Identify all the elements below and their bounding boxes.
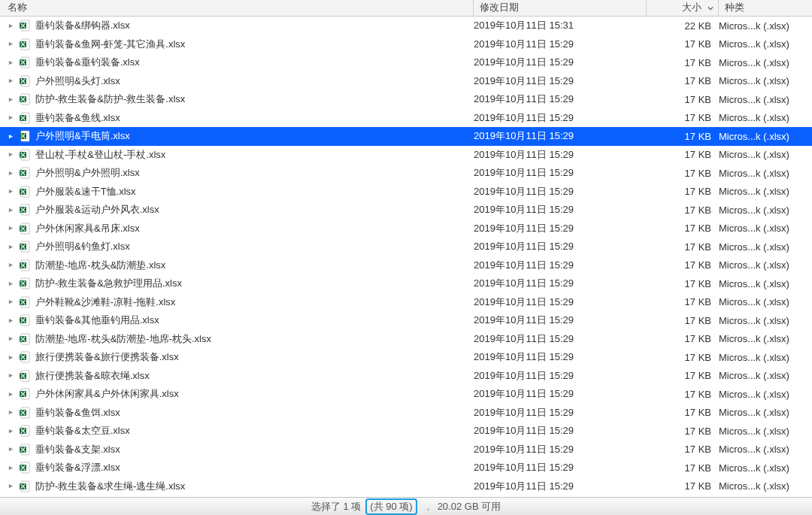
disclosure-triangle-icon[interactable] <box>8 60 14 65</box>
excel-file-icon <box>19 186 31 198</box>
disclosure-triangle-icon[interactable] <box>8 208 14 213</box>
file-row[interactable]: 防护-救生装备&求生绳-逃生绳.xlsx2019年10月11日 15:2917 … <box>0 477 812 496</box>
disclosure-triangle-icon[interactable] <box>8 447 14 452</box>
file-date: 2019年10月11日 15:29 <box>474 222 647 235</box>
finder-window: 名称 修改日期 大小 种类 垂钓装备&绑钩器.xlsx2019年10月11日 1… <box>0 0 812 515</box>
file-row[interactable]: 户外照明&头灯.xlsx2019年10月11日 15:2917 KBMicros… <box>0 72 812 91</box>
file-row[interactable]: 户外照明&钓鱼灯.xlsx2019年10月11日 15:2917 KBMicro… <box>0 238 812 256</box>
file-kind: Micros...k (.xlsx) <box>719 444 812 455</box>
column-header-kind[interactable]: 种类 <box>719 0 812 16</box>
file-row[interactable]: 垂钓装备&鱼线.xlsx2019年10月11日 15:2917 KBMicros… <box>0 109 812 128</box>
disclosure-triangle-icon[interactable] <box>8 318 14 323</box>
file-kind: Micros...k (.xlsx) <box>719 407 812 418</box>
file-size: 17 KB <box>647 407 719 418</box>
disclosure-triangle-icon[interactable] <box>8 41 14 47</box>
file-name: 户外鞋靴&沙滩鞋-凉鞋-拖鞋.xlsx <box>35 295 175 309</box>
disclosure-triangle-icon[interactable] <box>8 281 14 286</box>
file-row[interactable]: 旅行便携装备&旅行便携装备.xlsx2019年10月11日 15:2917 KB… <box>0 348 812 367</box>
file-row[interactable]: 垂钓装备&鱼饵.xlsx2019年10月11日 15:2917 KBMicros… <box>0 404 812 423</box>
disclosure-triangle-icon[interactable] <box>8 189 14 194</box>
file-name: 垂钓装备&鱼网-虾笼-其它渔具.xlsx <box>35 38 185 51</box>
status-total-highlight: (共 90 项) <box>365 498 417 515</box>
column-header-size-label: 大小 <box>682 2 701 14</box>
file-name: 垂钓装备&鱼饵.xlsx <box>35 406 120 420</box>
disclosure-triangle-icon[interactable] <box>8 115 14 120</box>
file-name: 垂钓装备&其他垂钓用品.xlsx <box>35 314 159 327</box>
disclosure-triangle-icon[interactable] <box>8 244 14 250</box>
file-size: 17 KB <box>647 38 719 50</box>
file-row[interactable]: 垂钓装备&其他垂钓用品.xlsx2019年10月11日 15:2917 KBMi… <box>0 311 812 330</box>
file-kind: Micros...k (.xlsx) <box>719 462 812 474</box>
file-kind: Micros...k (.xlsx) <box>719 278 812 289</box>
excel-file-icon <box>19 370 31 382</box>
file-size: 17 KB <box>647 333 719 344</box>
file-name: 户外休闲家具&吊床.xlsx <box>35 222 140 235</box>
column-header-date[interactable]: 修改日期 <box>474 0 647 16</box>
file-row[interactable]: 户外服装&速干T恤.xlsx2019年10月11日 15:2917 KBMicr… <box>0 183 812 201</box>
file-date: 2019年10月11日 15:31 <box>474 19 647 32</box>
disclosure-triangle-icon[interactable] <box>8 97 14 102</box>
disclosure-triangle-icon[interactable] <box>8 78 14 83</box>
file-kind: Micros...k (.xlsx) <box>719 241 812 253</box>
file-row[interactable]: 旅行便携装备&晾衣绳.xlsx2019年10月11日 15:2917 KBMic… <box>0 367 812 386</box>
excel-file-icon <box>19 425 31 437</box>
file-kind: Micros...k (.xlsx) <box>719 131 812 142</box>
file-size: 22 KB <box>647 20 719 32</box>
file-date: 2019年10月11日 15:29 <box>474 148 647 162</box>
excel-file-icon <box>19 480 31 492</box>
disclosure-triangle-icon[interactable] <box>8 299 14 304</box>
file-date: 2019年10月11日 15:29 <box>474 443 647 456</box>
file-date: 2019年10月11日 15:29 <box>474 369 647 383</box>
column-header-name[interactable]: 名称 <box>0 0 474 16</box>
file-kind: Micros...k (.xlsx) <box>719 296 812 307</box>
excel-file-icon <box>19 259 31 271</box>
file-row[interactable]: 垂钓装备&支架.xlsx2019年10月11日 15:2917 KBMicros… <box>0 441 812 459</box>
column-header-size[interactable]: 大小 <box>647 0 719 16</box>
file-size: 17 KB <box>647 370 719 381</box>
file-row[interactable]: 防护-救生装备&急救护理用品.xlsx2019年10月11日 15:2917 K… <box>0 274 812 293</box>
file-row[interactable]: 户外休闲家具&户外休闲家具.xlsx2019年10月11日 15:2917 KB… <box>0 385 812 404</box>
disclosure-triangle-icon[interactable] <box>8 429 14 434</box>
disclosure-triangle-icon[interactable] <box>8 152 14 157</box>
file-size: 17 KB <box>647 223 719 234</box>
file-row[interactable]: 垂钓装备&浮漂.xlsx2019年10月11日 15:2917 KBMicros… <box>0 459 812 477</box>
disclosure-triangle-icon[interactable] <box>8 226 14 231</box>
disclosure-triangle-icon[interactable] <box>8 262 14 268</box>
file-row[interactable]: 防护-救生装备&防护-救生装备.xlsx2019年10月11日 15:2917 … <box>0 90 812 109</box>
disclosure-triangle-icon[interactable] <box>8 373 14 378</box>
file-row[interactable]: 垂钓装备&太空豆.xlsx2019年10月11日 15:2917 KBMicro… <box>0 422 812 441</box>
disclosure-triangle-icon[interactable] <box>8 465 14 471</box>
file-kind: Micros...k (.xlsx) <box>719 204 812 216</box>
disclosure-triangle-icon[interactable] <box>8 171 14 176</box>
file-row[interactable]: 户外照明&手电筒.xlsx2019年10月11日 15:2917 KBMicro… <box>0 127 812 146</box>
file-list[interactable]: 垂钓装备&绑钩器.xlsx2019年10月11日 15:3122 KBMicro… <box>0 17 812 497</box>
file-row[interactable]: 防潮垫-地席-枕头&防潮垫.xlsx2019年10月11日 15:2917 KB… <box>0 256 812 275</box>
disclosure-triangle-icon[interactable] <box>8 410 14 415</box>
disclosure-triangle-icon[interactable] <box>8 355 14 360</box>
file-row[interactable]: 户外休闲家具&吊床.xlsx2019年10月11日 15:2917 KBMicr… <box>0 220 812 238</box>
file-kind: Micros...k (.xlsx) <box>719 315 812 326</box>
file-name: 防潮垫-地席-枕头&防潮垫.xlsx <box>35 259 165 272</box>
file-row[interactable]: 户外服装&运动户外风衣.xlsx2019年10月11日 15:2917 KBMi… <box>0 201 812 220</box>
file-row[interactable]: 垂钓装备&鱼网-虾笼-其它渔具.xlsx2019年10月11日 15:2917 … <box>0 35 812 54</box>
disclosure-triangle-icon[interactable] <box>8 23 14 29</box>
disclosure-triangle-icon[interactable] <box>8 336 14 341</box>
file-kind: Micros...k (.xlsx) <box>719 352 812 363</box>
disclosure-triangle-icon[interactable] <box>8 134 14 139</box>
file-row[interactable]: 登山杖-手杖&登山杖-手杖.xlsx2019年10月11日 15:2917 KB… <box>0 146 812 165</box>
file-date: 2019年10月11日 15:29 <box>474 56 647 69</box>
disclosure-triangle-icon[interactable] <box>8 392 14 397</box>
file-row[interactable]: 垂钓装备&垂钓装备.xlsx2019年10月11日 15:2917 KBMicr… <box>0 53 812 72</box>
excel-file-icon <box>19 241 31 253</box>
chevron-down-icon <box>707 5 714 11</box>
file-row[interactable]: 户外照明&户外照明.xlsx2019年10月11日 15:2917 KBMicr… <box>0 164 812 183</box>
status-selected: 选择了 1 项 <box>311 500 361 513</box>
excel-file-icon <box>19 277 31 289</box>
excel-file-icon <box>19 112 31 124</box>
file-row[interactable]: 垂钓装备&绑钩器.xlsx2019年10月11日 15:3122 KBMicro… <box>0 17 812 35</box>
file-row[interactable]: 防潮垫-地席-枕头&防潮垫-地席-枕头.xlsx2019年10月11日 15:2… <box>0 330 812 349</box>
file-row[interactable]: 户外鞋靴&沙滩鞋-凉鞋-拖鞋.xlsx2019年10月11日 15:2917 K… <box>0 293 812 312</box>
excel-file-icon <box>19 149 31 161</box>
disclosure-triangle-icon[interactable] <box>8 483 14 489</box>
file-kind: Micros...k (.xlsx) <box>719 389 812 400</box>
